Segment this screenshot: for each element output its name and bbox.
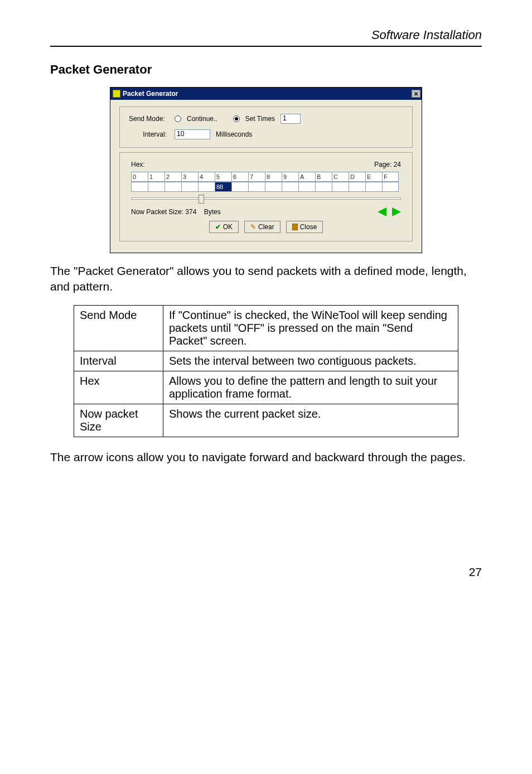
info-table: Send ModeIf "Continue" is checked, the W… [74,305,458,437]
check-icon: ✔ [215,223,221,231]
set-times-label: Set Times [245,115,275,123]
app-icon [113,90,120,98]
hex-data-cell[interactable] [349,182,365,192]
dialog-title: Packet Generator [123,90,178,98]
interval-label: Interval: [129,130,169,138]
prev-page-icon[interactable] [378,207,386,216]
hex-label: Hex: [131,161,145,168]
table-row: Send ModeIf "Continue" is checked, the W… [74,305,458,351]
paragraph-2: The arrow icons allow you to navigate fo… [50,449,482,465]
hex-data-cell[interactable] [198,182,215,192]
hex-slider[interactable] [131,197,401,200]
hex-data-cell[interactable] [148,182,165,192]
table-key: Interval [74,351,163,371]
hex-header-cell[interactable]: B [315,172,332,182]
table-row: HexAllows you to define the pattern and … [74,371,458,404]
hex-header-cell[interactable]: A [298,172,315,182]
hex-data-cell[interactable] [332,182,349,192]
hex-data-cell[interactable] [265,182,282,192]
table-key: Send Mode [74,305,163,351]
hex-data-cell[interactable] [382,182,399,192]
table-value: Allows you to define the pattern and len… [163,371,458,404]
header-title: Software Installation [371,28,482,42]
hex-header-cell[interactable]: 3 [181,172,198,182]
hex-page-label: Page: 24 [374,161,401,168]
table-row: Now packet SizeShows the current packet … [74,404,458,437]
hex-header-cell[interactable]: 0 [131,172,148,182]
hex-data-cell[interactable] [181,182,198,192]
radio-set-times[interactable] [233,115,240,122]
hex-data-cell[interactable] [248,182,265,192]
hex-header-cell[interactable]: D [349,172,365,182]
close-label: Close [300,223,317,231]
send-settings-group: Send Mode: Continue.. Set Times 1 Interv… [119,107,413,148]
close-button[interactable]: Close [286,221,323,233]
clear-button[interactable]: ✎ Clear [244,221,280,233]
door-icon [292,224,298,230]
ok-label: OK [223,223,233,231]
table-value: If "Continue" is checked, the WiNeTool w… [163,305,458,351]
continue-label: Continue.. [187,115,217,123]
hex-header-cell[interactable]: C [332,172,349,182]
paragraph-1: The "Packet Generator" allows you to sen… [50,263,482,295]
table-key: Hex [74,371,163,404]
page-header: Software Installation [50,28,482,42]
set-times-input[interactable]: 1 [280,114,301,124]
hex-data-cell[interactable] [231,182,248,192]
bytes-label: Bytes [204,208,221,216]
ok-button[interactable]: ✔ OK [209,221,239,233]
hex-data-cell[interactable] [165,182,181,192]
hex-data-cell[interactable] [365,182,382,192]
send-mode-label: Send Mode: [129,115,169,123]
hex-data-cell[interactable] [131,182,148,192]
slider-thumb[interactable] [199,195,204,204]
hex-header-cell[interactable]: E [365,172,382,182]
hex-header-cell[interactable]: F [382,172,399,182]
hex-grid[interactable]: 012345886789ABCDEF [131,172,401,192]
table-value: Shows the current packet size. [163,404,458,437]
clear-label: Clear [258,223,274,231]
hex-header-cell[interactable]: 1 [148,172,165,182]
packet-generator-dialog: Packet Generator ✕ Send Mode: Continue..… [110,87,422,253]
page-number: 27 [50,565,482,579]
close-icon[interactable]: ✕ [412,90,420,98]
packet-size-label: Now Packet Size: 374 [131,208,196,216]
brush-icon: ✎ [250,223,256,231]
hex-header-cell[interactable]: 5 [215,172,231,182]
hex-header-cell[interactable]: 2 [165,172,181,182]
table-key: Now packet Size [74,404,163,437]
ms-label: Milliseconds [216,130,252,138]
interval-input[interactable]: 10 [175,129,210,139]
hex-header-cell[interactable]: 8 [265,172,282,182]
hex-data-cell[interactable]: 88 [215,182,231,192]
header-divider [50,46,482,47]
hex-header-cell[interactable]: 7 [248,172,265,182]
hex-header-cell[interactable]: 6 [231,172,248,182]
next-page-icon[interactable] [392,207,401,216]
hex-data-cell[interactable] [298,182,315,192]
table-value: Sets the interval between two contiguous… [163,351,458,371]
hex-header-cell[interactable]: 9 [282,172,298,182]
hex-header-cell[interactable]: 4 [198,172,215,182]
titlebar: Packet Generator ✕ [110,88,422,100]
hex-data-cell[interactable] [282,182,298,192]
radio-continue[interactable] [175,115,181,122]
table-row: IntervalSets the interval between two co… [74,351,458,371]
section-title: Packet Generator [50,62,482,77]
hex-group: Hex: Page: 24 012345886789ABCDEF Now Pac… [119,152,413,241]
hex-data-cell[interactable] [315,182,332,192]
